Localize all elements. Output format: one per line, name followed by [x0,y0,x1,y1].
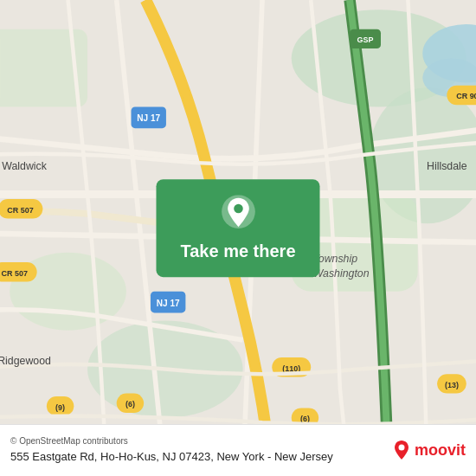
address-line: 555 Eastgate Rd, Ho-Ho-Kus, NJ 07423, Ne… [10,449,382,465]
svg-text:Hillsdale: Hillsdale [427,160,467,172]
svg-text:(6): (6) [125,400,135,408]
moovit-text: moovit [415,441,466,460]
svg-text:NJ 17: NJ 17 [157,299,180,308]
moovit-pin-icon [392,439,411,463]
svg-text:CR 507: CR 507 [7,206,33,215]
map-container: NJ 17 NJ 17 GSP CR 507 CR 507 CR 90 (110… [0,0,476,476]
svg-point-43 [398,444,404,450]
svg-text:CR 90: CR 90 [456,92,476,100]
svg-point-42 [234,204,243,214]
bottom-bar: © OpenStreetMap contributors 555 Eastgat… [0,424,476,476]
osm-attribution: © OpenStreetMap contributors [10,436,382,446]
bottom-left-info: © OpenStreetMap contributors 555 Eastgat… [10,436,382,465]
svg-text:CR 507: CR 507 [2,269,28,278]
cta-label: Take me there [180,241,295,261]
svg-text:NJ 17: NJ 17 [137,113,160,123]
svg-text:Ridgewood: Ridgewood [0,355,51,367]
location-pin-icon [219,195,257,233]
moovit-logo: moovit [392,439,466,463]
svg-text:(9): (9) [55,403,65,412]
svg-text:GSP: GSP [357,35,374,44]
svg-text:Waldwick: Waldwick [2,160,47,172]
svg-text:(13): (13) [445,381,459,389]
take-me-there-button[interactable]: Take me there [156,179,319,277]
